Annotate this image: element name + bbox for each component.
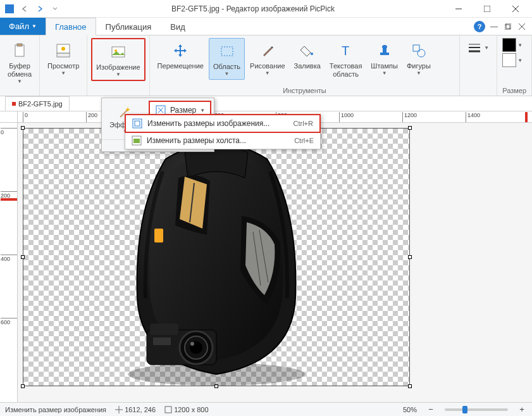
resize-image-icon [132,118,142,129]
line-weight-icon[interactable] [467,42,481,53]
ruler-vertical: 0 200 400 600 [0,123,18,402]
tab-publish[interactable]: Публикация [96,18,161,35]
tab-view[interactable]: Вид [161,18,195,35]
region-icon [217,41,237,61]
shapes-label: Фигуры [407,62,431,70]
region-button[interactable]: Область ▼ [209,38,245,80]
close-button[interactable] [501,0,529,18]
resize-image-item[interactable]: Изменить размеры изображения... Ctrl+R [125,114,321,133]
fill-button[interactable]: Заливка [290,38,325,73]
document-tabs: BF2-GFT5.jpg [0,96,532,111]
clipboard-button[interactable]: Буфер обмена ▼ [4,38,35,87]
ribbon-group-line: ▼ [460,35,497,96]
svg-point-42 [190,342,194,346]
ribbon-group-preview: Просмотр ▼ [40,35,87,96]
qat-dropdown[interactable] [48,2,62,16]
selection-handle[interactable] [21,255,25,259]
redo-button[interactable] [33,2,47,16]
textarea-label: Текстовая область [330,62,362,79]
svg-rect-46 [165,407,171,413]
crosshair-icon [115,406,123,413]
zoom-percent[interactable]: 50% [403,406,417,413]
draw-button[interactable]: Рисование ▼ [246,38,288,79]
zoom-thumb[interactable] [462,406,467,413]
resize-canvas-icon [132,136,142,146]
preview-button[interactable]: Просмотр ▼ [44,38,83,79]
selection-handle[interactable] [21,384,25,388]
svg-rect-9 [15,45,24,56]
app-menu-icon[interactable] [3,2,16,16]
document-tab-label: BF2-GFT5.jpg [18,100,63,108]
selection-handle[interactable] [408,384,412,388]
svg-rect-28 [133,119,142,128]
window-title: BF2-GFT5.jpg - Редактор изображений PicP… [62,4,444,13]
document-tab[interactable]: BF2-GFT5.jpg [5,96,70,111]
minimize-button[interactable] [444,0,473,18]
ribbon-group-image: Изображение ▼ [87,35,149,96]
clipboard-label: Буфер обмена [8,62,32,79]
ribbon-group-size: ▼ ▼ Размер [497,35,532,96]
svg-rect-29 [135,121,140,126]
image-button[interactable]: Изображение ▼ [91,38,145,81]
stamps-button[interactable]: Штампы ▼ [367,38,402,79]
ribbon-tabs: Файл▼ Главное Публикация Вид ? — [0,18,532,35]
ribbon-close-button[interactable] [517,22,527,32]
image-icon [108,42,128,62]
selection-handle[interactable] [21,126,25,130]
resize-canvas-item[interactable]: Изменить размеры холста... Ctrl+E [125,132,320,149]
ribbon-group-tools: Перемещение Область ▼ Рисование ▼ Заливк… [150,35,461,96]
bucket-icon [297,41,318,61]
svg-rect-2 [484,6,490,12]
svg-rect-10 [17,44,22,46]
svg-point-21 [382,45,387,49]
svg-rect-16 [221,47,233,56]
resize-image-label: Изменить размеры изображения... [147,119,288,128]
ribbon-restore-button[interactable] [503,22,513,32]
zoom-in-button[interactable]: + [517,405,527,415]
svg-rect-19 [380,53,389,55]
canvas-area: 0 200 400 600 800 1000 1200 1400 0 200 4… [0,111,532,402]
svg-text:T: T [342,44,349,58]
svg-rect-38 [150,324,178,335]
shapes-button[interactable]: Фигуры ▼ [403,38,435,79]
selection-handle[interactable] [408,126,412,130]
status-hint: Изменить размер изображения [5,406,106,413]
resize-canvas-shortcut: Ctrl+E [294,137,314,144]
svg-point-23 [418,49,425,57]
canvas-viewport[interactable] [18,123,532,402]
resize-canvas-label: Изменить размеры холста... [147,136,289,145]
undo-button[interactable] [18,2,32,16]
move-icon [170,41,190,61]
file-tab-label: Файл [9,22,29,31]
move-label: Перемещение [158,62,204,70]
canvas-image[interactable] [23,128,410,386]
cursor-position: 1612, 246 [115,406,156,413]
title-bar: BF2-GFT5.jpg - Редактор изображений PicP… [0,0,532,18]
help-button[interactable]: ? [474,21,485,32]
maximize-button[interactable] [473,0,501,18]
move-button[interactable]: Перемещение [154,38,207,73]
size-submenu: Изменить размеры изображения... Ctrl+R И… [125,114,321,149]
file-tab[interactable]: Файл▼ [0,18,46,35]
text-icon: T [336,41,356,61]
textarea-button[interactable]: T Текстовая область [326,38,366,81]
zoom-slider[interactable] [445,408,508,411]
background-color[interactable] [502,53,516,67]
tab-home[interactable]: Главное [46,18,96,35]
svg-rect-6 [506,23,511,28]
ruler-corner [0,111,18,123]
resize-image-shortcut: Ctrl+R [294,120,313,127]
size-group-label: Размер [502,85,526,94]
preview-label: Просмотр [47,62,79,70]
svg-rect-36 [154,229,163,243]
ribbon-group-clipboard: Буфер обмена ▼ [0,35,40,96]
clipboard-icon [9,41,30,61]
image-dimensions: 1200 x 800 [164,406,209,413]
selection-handle[interactable] [408,255,412,259]
status-bar: Изменить размер изображения 1612, 246 12… [0,402,532,416]
draw-label: Рисование [250,62,285,70]
zoom-out-button[interactable]: − [426,405,436,415]
ribbon-minimize-button[interactable]: — [489,22,499,32]
foreground-color[interactable] [502,38,516,52]
ruler-marker [524,112,531,123]
